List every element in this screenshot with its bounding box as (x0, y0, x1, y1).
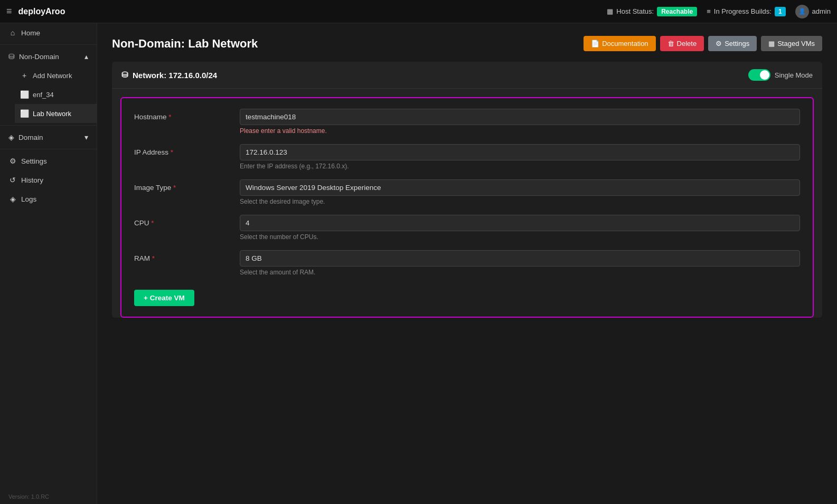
ram-row: RAM * 2 GB 4 GB 8 GB 16 GB 32 GB Select … (134, 250, 800, 276)
ip-field: Enter the IP address (e.g., 172.16.0.x). (240, 144, 800, 170)
non-domain-left: ⛁ Non-Domain (8, 52, 59, 61)
non-domain-icon: ⛁ (8, 52, 15, 61)
sidebar-label-logs: Logs (21, 195, 36, 203)
hostname-required: * (167, 113, 172, 121)
ip-label: IP Address * (134, 144, 240, 156)
ram-label: RAM * (134, 250, 240, 262)
lab-network-icon: ⬜ (20, 109, 29, 118)
ram-required: * (150, 254, 155, 262)
sidebar-label-enf34: enf_34 (33, 91, 54, 99)
add-network-icon: + (20, 71, 29, 80)
staged-vms-button[interactable]: ▦ Staged VMs (761, 36, 822, 51)
settings-btn-icon: ⚙ (716, 40, 722, 47)
admin-label: admin (812, 7, 831, 15)
hostname-row: Hostname * Please enter a valid hostname… (134, 109, 800, 135)
ram-field: 2 GB 4 GB 8 GB 16 GB 32 GB Select the am… (240, 250, 800, 276)
hostname-label: Hostname * (134, 109, 240, 121)
create-vm-button[interactable]: + Create VM (134, 290, 194, 306)
cpu-field: 1 2 4 8 16 Select the number of CPUs. (240, 215, 800, 241)
domain-icon: ◈ (8, 133, 14, 141)
main-content: Non-Domain: Lab Network 📄 Documentation … (97, 23, 837, 504)
sidebar-item-enf34[interactable]: ⬜ enf_34 (15, 85, 97, 104)
delete-button[interactable]: 🗑 Delete (660, 36, 704, 51)
sidebar-label-settings: Settings (21, 157, 47, 165)
delete-icon: 🗑 (667, 40, 674, 47)
sidebar-label-home: Home (21, 29, 40, 37)
in-progress-builds: ≡ In Progress Builds: 1 (707, 7, 785, 16)
cpu-required: * (149, 219, 154, 227)
image-label: Image Type * (134, 179, 240, 192)
cpu-hint: Select the number of CPUs. (240, 233, 800, 241)
enf34-icon: ⬜ (20, 90, 29, 99)
chevron-down-icon: ▾ (84, 133, 88, 141)
cpu-row: CPU * 1 2 4 8 16 Select the number of CP… (134, 215, 800, 241)
image-field: Windows Server 2019 Desktop Experience W… (240, 179, 800, 205)
network-icon: ⛁ (121, 70, 128, 80)
single-mode-toggle-wrap: Single Mode (748, 69, 813, 81)
builds-icon: ≡ (707, 7, 711, 15)
single-mode-label: Single Mode (775, 71, 813, 79)
page-actions: 📄 Documentation 🗑 Delete ⚙ Settings ▦ St… (584, 36, 822, 51)
network-section: ⛁ Network: 172.16.0.0/24 Single Mode Hos… (112, 62, 822, 318)
sidebar-item-add-network[interactable]: + Add Network (15, 66, 97, 85)
sidebar-label-add-network: Add Network (33, 72, 72, 80)
builds-label: In Progress Builds: (714, 7, 772, 15)
sidebar-group-non-domain[interactable]: ⛁ Non-Domain ▴ (0, 47, 97, 66)
logs-icon: ◈ (8, 195, 17, 203)
domain-left: ◈ Domain (8, 133, 43, 141)
hamburger-icon[interactable]: ≡ (6, 6, 12, 17)
navbar: ≡ deployAroo ▦ Host Status: Reachable ≡ … (0, 0, 837, 23)
documentation-button[interactable]: 📄 Documentation (584, 36, 655, 51)
ip-hint: Enter the IP address (e.g., 172.16.0.x). (240, 163, 800, 170)
sidebar-item-logs[interactable]: ◈ Logs (0, 189, 97, 208)
single-mode-toggle[interactable] (748, 69, 770, 81)
sidebar-item-settings[interactable]: ⚙ Settings (0, 151, 97, 170)
image-row: Image Type * Windows Server 2019 Desktop… (134, 179, 800, 205)
ram-select[interactable]: 2 GB 4 GB 8 GB 16 GB 32 GB (240, 250, 800, 267)
non-domain-submenu: + Add Network ⬜ enf_34 ⬜ Lab Network (0, 66, 97, 123)
sidebar-item-home[interactable]: ⌂ Home (0, 23, 97, 42)
image-required: * (171, 184, 176, 192)
page-header: Non-Domain: Lab Network 📄 Documentation … (112, 36, 822, 51)
sidebar-item-lab-network[interactable]: ⬜ Lab Network (15, 104, 97, 123)
cpu-label: CPU * (134, 215, 240, 227)
layout: ⌂ Home ⛁ Non-Domain ▴ + Add Network ⬜ en… (0, 23, 837, 504)
vm-create-form: Hostname * Please enter a valid hostname… (120, 97, 814, 318)
host-status: ▦ Host Status: Reachable (607, 7, 697, 16)
history-icon: ↺ (8, 176, 17, 184)
page-title: Non-Domain: Lab Network (112, 37, 258, 51)
sidebar: ⌂ Home ⛁ Non-Domain ▴ + Add Network ⬜ en… (0, 23, 97, 504)
sidebar-label-domain: Domain (18, 134, 43, 141)
sidebar-item-history[interactable]: ↺ History (0, 170, 97, 189)
network-title: ⛁ Network: 172.16.0.0/24 (121, 70, 217, 80)
staged-icon: ▦ (768, 40, 775, 47)
chevron-up-icon: ▴ (84, 52, 88, 61)
settings-button[interactable]: ⚙ Settings (708, 36, 757, 51)
image-select[interactable]: Windows Server 2019 Desktop Experience W… (240, 179, 800, 196)
sidebar-label-history: History (21, 176, 43, 184)
sidebar-label-lab-network: Lab Network (33, 110, 71, 118)
sidebar-label-non-domain: Non-Domain (19, 53, 59, 61)
toggle-knob (760, 70, 769, 80)
brand-logo: deployAroo (18, 7, 65, 16)
admin-menu[interactable]: 👤 admin (795, 5, 831, 18)
doc-icon: 📄 (591, 40, 599, 47)
builds-count-badge: 1 (775, 7, 786, 16)
host-status-label: Host Status: (616, 7, 654, 15)
cpu-select[interactable]: 1 2 4 8 16 (240, 215, 800, 231)
network-title-text: Network: 172.16.0.0/24 (133, 71, 217, 80)
hostname-input[interactable] (240, 109, 800, 125)
ram-hint: Select the amount of RAM. (240, 269, 800, 276)
navbar-right: ▦ Host Status: Reachable ≡ In Progress B… (607, 5, 831, 18)
hostname-field: Please enter a valid hostname. (240, 109, 800, 135)
ip-input[interactable] (240, 144, 800, 160)
ip-required: * (168, 148, 173, 156)
network-header: ⛁ Network: 172.16.0.0/24 Single Mode (112, 62, 822, 89)
version-label: Version: 1.0.RC (8, 493, 49, 500)
hostname-hint: Please enter a valid hostname. (240, 127, 800, 135)
host-status-badge: Reachable (657, 7, 697, 16)
version-info: Version: 1.0.RC (0, 489, 97, 504)
ip-row: IP Address * Enter the IP address (e.g.,… (134, 144, 800, 170)
sidebar-group-domain[interactable]: ◈ Domain ▾ (0, 128, 97, 147)
image-hint: Select the desired image type. (240, 198, 800, 205)
